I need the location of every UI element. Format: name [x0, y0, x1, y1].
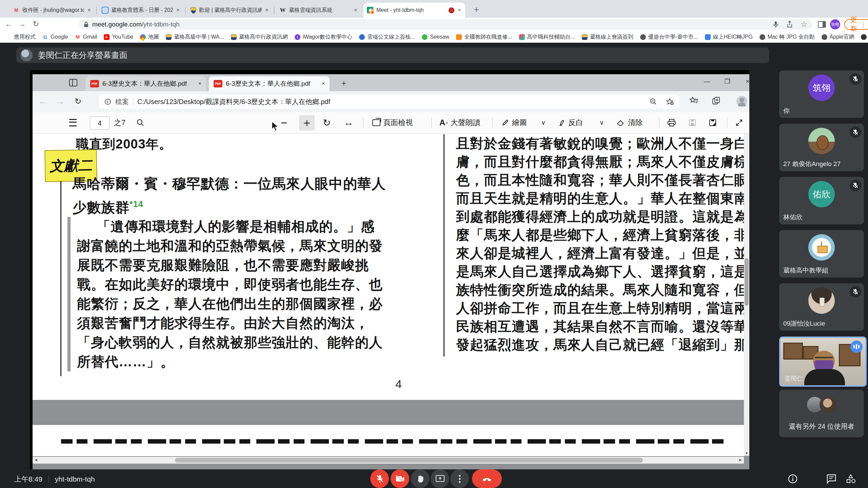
tab-close-icon[interactable]: ×: [353, 7, 358, 14]
bookmark-mac-jpg[interactable]: Mac 轉 JPG 全自動: [760, 34, 815, 41]
scroll-right-icon[interactable]: ►: [738, 458, 743, 462]
more-options-button[interactable]: [450, 469, 469, 488]
scrollbar-thumb[interactable]: [745, 258, 749, 306]
zoom-out-button[interactable]: −: [281, 112, 288, 133]
tab-gmail[interactable]: M 收件匣 - jhuling@wagor.tc.edu. ×: [9, 3, 95, 18]
bookmark-cloud-sign[interactable]: 雲端公文線上簽核...: [359, 34, 415, 41]
camera-off-button[interactable]: [391, 469, 409, 488]
highlight-dropdown-icon[interactable]: ∨: [599, 112, 604, 133]
side-panel-icon[interactable]: [818, 19, 826, 29]
profile-avatar[interactable]: 筑翎: [830, 19, 840, 29]
participant-tile-you[interactable]: 筑翎 你: [779, 70, 864, 118]
activities-icon[interactable]: [846, 473, 856, 484]
avatar-initials: 筑翎: [813, 82, 830, 94]
present-screen-button[interactable]: [431, 469, 449, 488]
tab-close-icon[interactable]: ×: [176, 7, 180, 14]
zoom-out-icon[interactable]: [650, 98, 657, 105]
scrollbar-thumb[interactable]: [175, 458, 643, 463]
raise-hand-button[interactable]: [411, 469, 430, 488]
edge-back-icon[interactable]: ←: [38, 97, 47, 106]
participant-tile-lin[interactable]: 佑欣 林佑欣: [779, 177, 864, 224]
bookmark-tech-assist[interactable]: 高中職科技輔助自...: [519, 34, 575, 41]
participant-tile-angelo[interactable]: 27 賴俊佑Angelo 27: [779, 124, 864, 171]
erase-button[interactable]: 清除: [616, 112, 643, 133]
read-aloud-button[interactable]: A›大聲朗讀: [439, 112, 480, 133]
zoom-in-button[interactable]: ＋: [299, 112, 315, 133]
scroll-down-icon[interactable]: ▼: [744, 451, 749, 455]
reload-icon[interactable]: ↻: [31, 20, 41, 28]
tab-close-icon[interactable]: ×: [264, 7, 269, 14]
highlight-button[interactable]: 反白: [557, 112, 583, 133]
chat-icon[interactable]: [826, 473, 837, 484]
edge-profile-avatar[interactable]: [736, 96, 747, 107]
share-icon[interactable]: [786, 21, 793, 28]
page-number-input[interactable]: 4: [90, 116, 110, 130]
bookmark-star-icon[interactable]: ☆: [801, 20, 807, 29]
bookmark-apps[interactable]: 應用程式: [7, 34, 36, 41]
bookmark-meeting-checkin[interactable]: 葳格線上會議簽到: [582, 34, 633, 41]
tab-meet-active[interactable]: Meet - yht-tdbm-tqh ×: [363, 3, 465, 18]
back-icon[interactable]: ←: [4, 20, 14, 28]
participant-tile-teaching-group[interactable]: 葳格高中教學組: [779, 230, 864, 278]
bookmark-yoyo-taichung[interactable]: 優遊台中學-臺中市...: [640, 34, 698, 41]
edge-tab-pdf-2[interactable]: PDF 6-3歷史文本：華人在他鄉.pdf ×: [209, 76, 330, 91]
participant-tile-presenter-video[interactable]: 姜閔仁: [779, 337, 867, 387]
expand-icon[interactable]: [735, 112, 743, 133]
fit-width-icon[interactable]: ↔: [344, 112, 353, 133]
edge-tab-pdf-1[interactable]: PDF 6-3歷史文本：華人在他鄉.pdf ×: [85, 76, 206, 91]
collections-icon[interactable]: [712, 97, 721, 105]
bookmark-apple-school[interactable]: Apple School Man...: [861, 34, 868, 40]
bookmark-google[interactable]: GGoogle: [42, 34, 68, 40]
mic-off-button[interactable]: [370, 469, 389, 488]
bookmark-maps[interactable]: 地圖: [140, 34, 159, 41]
omnibox[interactable]: meet.google.com/yht-tdbm-tqh ☆: [79, 19, 812, 29]
bookmark-seesaw[interactable]: Seesaw: [422, 34, 449, 40]
tab-cloud-system[interactable]: W 葳格雲端資訊系統 ×: [276, 3, 361, 18]
browser-menu-icon[interactable]: ⋮: [861, 21, 867, 28]
heading-line2: 少數族群: [73, 200, 130, 215]
meeting-details-icon[interactable]: [787, 473, 798, 484]
tab-calendar[interactable]: 葳格教育體系 - 日曆 - 2022年5 ×: [98, 3, 184, 18]
tab-school-admin[interactable]: 歡迎 | 葳格高中行政資訊網 ×: [187, 3, 273, 18]
print-icon[interactable]: [667, 112, 676, 133]
bookmark-gmail[interactable]: MGmail: [75, 34, 97, 40]
edge-reload-icon[interactable]: ↻: [73, 97, 83, 106]
draw-button[interactable]: 繪圖: [501, 112, 527, 133]
tab-close-icon[interactable]: ×: [87, 7, 92, 14]
participant-tile-lucie[interactable]: 09謝怡汝Lucie: [779, 283, 864, 331]
scroll-left-icon[interactable]: ◄: [34, 458, 38, 462]
mic-indicator-icon[interactable]: [773, 21, 779, 28]
new-tab-button[interactable]: ＋: [472, 5, 481, 14]
minimize-icon[interactable]: —: [702, 78, 712, 85]
tab-close-icon[interactable]: ×: [322, 81, 325, 87]
tab-close-icon[interactable]: ×: [457, 7, 462, 14]
bookmark-heic-jpg[interactable]: 線上HEIC轉JPG: [705, 34, 753, 41]
restore-icon[interactable]: ❐: [722, 78, 732, 85]
tab-close-icon[interactable]: ×: [198, 81, 201, 87]
tab-actions-icon[interactable]: [69, 79, 77, 86]
bookmark-youtube[interactable]: ▶YouTube: [104, 34, 133, 40]
toc-icon[interactable]: [69, 112, 77, 133]
save-as-icon[interactable]: [709, 112, 717, 133]
update-chrome-button[interactable]: 更新 ⋮: [844, 19, 868, 30]
edge-new-tab-icon[interactable]: ＋: [340, 78, 348, 88]
add-favorite-icon[interactable]: [666, 98, 674, 105]
bookmark-teacher-training[interactable]: 全國教師在職進修...: [456, 34, 512, 41]
vertical-scrollbar[interactable]: ▼: [744, 134, 749, 456]
bookmark-apple[interactable]: Apple官網: [822, 34, 854, 41]
horizontal-scrollbar[interactable]: ◄ ►: [33, 457, 744, 464]
edge-omnibox[interactable]: 檔案 C:/Users/123/Desktop/觀課資料夾/6-3歷史文本：華人…: [99, 95, 679, 109]
page-view-button[interactable]: 頁面檢視: [372, 112, 413, 133]
pdf-search-icon[interactable]: [136, 112, 144, 133]
more-participants-tile[interactable]: 還有另外 24 位使用者: [779, 390, 864, 437]
bookmark-iwagor[interactable]: iiWagor數位教學中心: [295, 34, 352, 41]
bookmark-school-site[interactable]: 葳格高級中學 | WA...: [166, 34, 224, 41]
bookmark-school-admin[interactable]: 葳格高中行政資訊網: [231, 34, 288, 41]
favorites-icon[interactable]: [690, 97, 698, 105]
close-window-icon[interactable]: ×: [743, 78, 749, 85]
draw-dropdown-icon[interactable]: ∨: [541, 112, 546, 133]
edge-forward-icon[interactable]: →: [56, 97, 65, 106]
rotate-icon[interactable]: ↻: [323, 112, 331, 133]
end-call-button[interactable]: [472, 469, 502, 488]
forward-icon[interactable]: →: [18, 20, 27, 28]
